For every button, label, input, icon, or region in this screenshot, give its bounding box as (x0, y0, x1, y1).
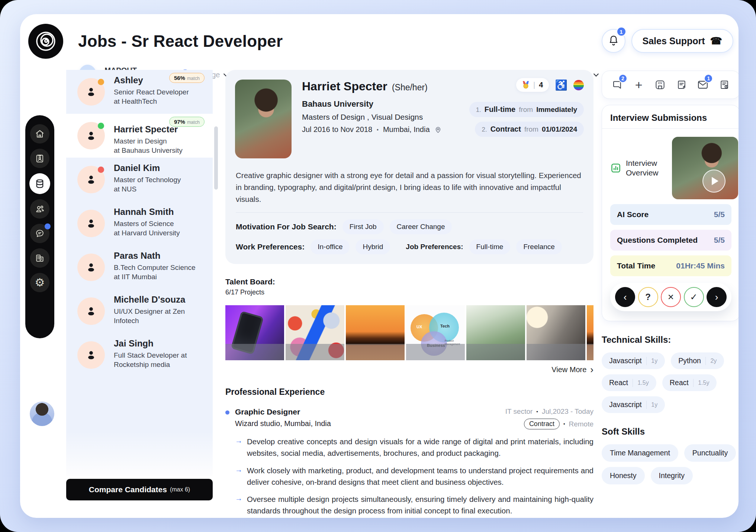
user-avatar[interactable] (30, 402, 54, 426)
candidate-row-jai[interactable]: Jai Singh Full Stack Developer at Rocket… (66, 333, 213, 377)
nav-rail: ⚙ (25, 115, 54, 338)
next-button[interactable]: › (707, 287, 727, 307)
talent-board-count: 6/17 Projects (225, 288, 593, 296)
reject-button[interactable]: × (661, 287, 681, 307)
play-button[interactable] (702, 170, 726, 193)
sales-support-button[interactable]: Sales Support ☎ (631, 29, 733, 53)
header-actions: 1 Sales Support ☎ (602, 29, 733, 53)
profile-photo (235, 80, 292, 158)
candidate-role: Senior React Developer (114, 87, 206, 97)
project-thumbnail[interactable] (527, 305, 585, 360)
nav-candidates[interactable] (30, 149, 49, 168)
project-thumbnail[interactable] (466, 305, 525, 360)
profile-card: Harriet Specter (She/her) Bahaus Univers… (225, 70, 593, 264)
candidate-org: at NUS (114, 184, 206, 194)
add-button[interactable]: + (633, 78, 645, 91)
candidate-row-hannah[interactable]: Hannah Smith Masters of Science at Harva… (66, 201, 213, 245)
job-preference-chip: Freelance (516, 239, 562, 254)
notes-button[interactable] (675, 78, 688, 91)
chevron-right-icon: › (715, 291, 718, 303)
medal-count-pill: | 4 (516, 78, 549, 92)
skill-name: React (670, 378, 689, 387)
review-controls: ‹ ? × ✓ › (610, 283, 731, 311)
candidate-row-daniel[interactable]: Daniel Kim Master of Technology at NUS (66, 158, 213, 201)
person-icon (85, 86, 97, 98)
comments-button[interactable]: 2 (611, 78, 624, 91)
motivation-label: Motivation For Job Search: (236, 222, 337, 231)
skill-name: React (609, 378, 628, 387)
person-icon (85, 305, 97, 317)
nav-home[interactable] (30, 124, 49, 144)
project-thumbnail[interactable] (225, 305, 284, 360)
bullet-item: → Oversee multiple design projects simul… (235, 494, 593, 517)
skill-years: 2y (710, 358, 717, 364)
email-button[interactable]: 1 (697, 78, 709, 91)
stat-row-total-time: Total Time 01Hr:45 Mins (610, 255, 731, 276)
candidate-role: Master in Design (114, 136, 206, 146)
skill-name: Javascript (609, 400, 642, 409)
candidate-row-michelle[interactable]: Michelle D'souza UI/UX Designer at Zen I… (66, 289, 213, 333)
nav-messages[interactable] (30, 224, 49, 243)
motivation-chip: First Job (342, 219, 384, 234)
interview-overview-label: Interview Overview (626, 158, 667, 178)
candidate-row-ashley[interactable]: 56% match Ashley Senior React Developer … (66, 70, 213, 114)
play-icon (712, 177, 718, 185)
stat-value: 5/5 (714, 210, 725, 219)
match-label: match (187, 120, 200, 125)
approve-button[interactable]: ✓ (684, 287, 704, 307)
compare-candidates-button[interactable]: Compare Candidates (max 6) (66, 479, 213, 500)
question-button[interactable]: ? (638, 287, 658, 307)
project-thumbnail[interactable] (346, 305, 405, 360)
candidate-role: Masters of Science (114, 219, 206, 228)
skill-pill: Javascript 1y (602, 396, 665, 413)
availability-pill: 2. Contract from 01/01/2024 (475, 122, 584, 137)
dot-separator: • (377, 127, 379, 133)
candidate-row-paras[interactable]: Paras Nath B.Tech Computer Science at II… (66, 245, 213, 289)
save-cv-button[interactable]: CV (654, 78, 666, 91)
project-thumbnail[interactable] (286, 305, 344, 360)
candidate-name: Michelle D'souza (114, 294, 206, 305)
soft-skill-pill: Honesty (602, 467, 645, 484)
status-dot-green (98, 123, 104, 129)
work-preferences-label: Work Preferences: (236, 242, 305, 251)
match-badge: 97% match (169, 117, 205, 127)
project-thumbnail[interactable] (587, 305, 593, 360)
job-meta: IT sector • Jul,2023 - Today Contract • … (505, 407, 593, 429)
nav-settings[interactable]: ⚙ (30, 273, 49, 292)
technical-skills-title: Technical Skills: (602, 335, 739, 345)
candidate-org: at HealthTech (114, 97, 206, 106)
view-more-link[interactable]: View More › (225, 365, 593, 374)
app-window: Jobs - Sr React Developer 1 Sales Suppor… (20, 14, 739, 518)
cv-save-icon: CV (654, 79, 666, 90)
list-scrollbar[interactable] (214, 126, 218, 190)
previous-button[interactable]: ‹ (615, 287, 635, 307)
divider (236, 212, 583, 213)
schedule-button[interactable] (718, 78, 731, 91)
skill-pill: Javascript 1y (602, 352, 665, 369)
nav-database-active[interactable] (29, 173, 50, 194)
app-frame: Jobs - Sr React Developer 1 Sales Suppor… (0, 0, 756, 532)
bullet-text: Oversee multiple design projects simulta… (247, 494, 593, 517)
profile-period: Jul 2016 to Nov 2018 (302, 125, 372, 134)
profile-university: Bahaus University (302, 99, 460, 109)
interview-video-thumbnail[interactable] (672, 137, 738, 199)
soft-skill-pill: Time Management (602, 444, 678, 462)
talent-board-thumbnails: UX Tech Business Product Management (225, 305, 593, 360)
chart-icon (610, 162, 621, 174)
right-panel: 2 + CV 1 (602, 71, 739, 484)
person-icon (85, 129, 97, 142)
medal-icon (522, 81, 530, 89)
nav-companies[interactable] (30, 248, 49, 268)
job-preferences-label: Job Preferences: (406, 243, 463, 251)
chevron-left-icon: ‹ (624, 291, 627, 303)
candidate-row-harriet-selected[interactable]: 97% match Harriet Specter Master in Desi… (66, 114, 213, 158)
main-content: Harriet Specter (She/her) Bahaus Univers… (225, 70, 593, 518)
status-dot-red (98, 167, 104, 173)
notifications-button[interactable]: 1 (602, 29, 625, 53)
project-thumbnail-venn[interactable]: UX Tech Business Product Management (406, 305, 465, 360)
candidate-avatar (77, 297, 105, 325)
motivation-chip: Career Change (390, 219, 452, 234)
nav-team[interactable] (30, 199, 49, 219)
person-icon (85, 261, 97, 274)
phone-icon: ☎ (710, 35, 722, 47)
